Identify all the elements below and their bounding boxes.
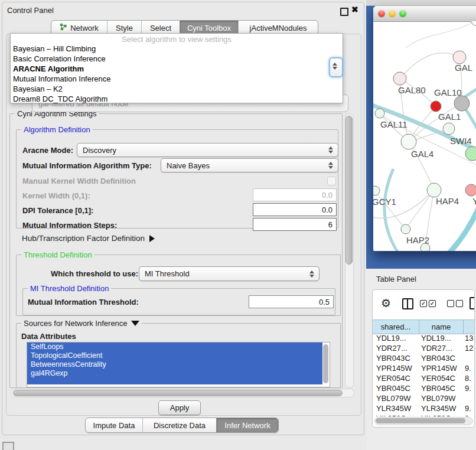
algorithm-dropdown-popup: Select algorithm to view settings Bayesi… <box>10 33 343 103</box>
node-label-y: Y <box>472 196 476 206</box>
tab-discretize-data[interactable]: Discretize Data <box>142 418 216 432</box>
network-node-gal80[interactable] <box>393 72 406 85</box>
minimized-dock-icon[interactable] <box>2 442 14 450</box>
network-node-gal10[interactable] <box>454 96 470 111</box>
attribute-item-topologicalcoefficient[interactable]: TopologicalCoefficient <box>27 351 322 360</box>
attribute-item-gal4rgexp[interactable]: gal4RGexp <box>27 369 322 378</box>
network-node-gal4[interactable] <box>401 134 416 149</box>
table-cell: 8. <box>465 374 474 383</box>
mi-steps-value: 6 <box>328 220 332 229</box>
table-cell: YBL079W <box>373 394 419 403</box>
table-horizontal-scrollbar-thumb[interactable] <box>376 418 465 423</box>
algorithm-option-aracne-algorithm[interactable]: ARACNE Algorithm <box>11 64 343 74</box>
select-all-checkboxes-icon[interactable]: ✓✓ <box>420 300 436 307</box>
tab-style-label: Style <box>116 24 133 32</box>
network-graph: GALGAL80GAL10GAL1GAL11SWI4GAL4GCY1HAP4YH… <box>373 21 476 251</box>
node-label-gal80: GAL80 <box>398 85 426 95</box>
network-node-hap2[interactable] <box>401 224 410 234</box>
algorithm-option-mutual-information-inference[interactable]: Mutual Information Inference <box>11 74 343 84</box>
table-cell: YBR043C <box>373 354 419 363</box>
settings-vertical-scrollbar-thumb[interactable] <box>345 116 353 265</box>
table-cell: YLR345W <box>373 404 419 413</box>
network-window-titlebar[interactable] <box>373 6 476 22</box>
network-canvas[interactable]: GALGAL80GAL10GAL1GAL11SWI4GAL4GCY1HAP4YH… <box>373 21 476 251</box>
table-header-row: shared... name <box>373 319 474 334</box>
network-node-gal1[interactable] <box>443 123 455 135</box>
manual-kernel-checkbox[interactable] <box>327 177 336 185</box>
table-row[interactable]: YER054CYER054C8. <box>373 373 474 383</box>
table-row[interactable]: YDR27...YDR27...12 <box>373 343 474 353</box>
table-row[interactable]: YBR043CYBR043C <box>373 353 474 363</box>
algorithm-option-bayesian-k2[interactable]: Bayesian – K2 <box>11 84 343 94</box>
table-cell: YLR345W <box>419 404 465 413</box>
table-row[interactable]: YDL19...YDL19...13 <box>373 333 474 343</box>
settings-horizontal-scrollbar-thumb[interactable] <box>13 390 343 396</box>
tab-select-label: Select <box>150 24 171 32</box>
mi-type-combo[interactable]: Naive Bayes <box>161 158 338 172</box>
tab-infer-network[interactable]: Infer Network <box>216 418 278 432</box>
table-cell: YBR045C <box>373 384 419 393</box>
table-panel-title: Table Panel <box>376 275 416 283</box>
tab-cyni-toolbox-label: Cyni Toolbox <box>187 24 231 32</box>
data-attributes-list: SelfLoopsTopologicalCoefficientBetweenne… <box>27 342 330 387</box>
which-threshold-label: Which threshold to use: <box>51 269 138 278</box>
network-node-hap4[interactable] <box>427 183 441 197</box>
network-node[interactable] <box>420 243 430 251</box>
table-row[interactable]: YIL052CYIL052C9 <box>373 413 474 416</box>
sources-title: Sources for Network Inference <box>24 319 128 328</box>
attribute-item-betweennesscentrality[interactable]: BetweennessCentrality <box>27 360 322 369</box>
table-cell: YDR27... <box>419 344 465 353</box>
close-panel-button[interactable]: ✖ <box>351 5 358 14</box>
mac-close-button[interactable] <box>378 10 385 17</box>
network-node[interactable] <box>471 21 476 26</box>
deselect-all-checkboxes-icon[interactable] <box>447 300 463 307</box>
network-node-gal11[interactable] <box>375 109 384 118</box>
column-header-name[interactable]: name <box>419 320 464 334</box>
split-columns-icon[interactable] <box>402 298 413 309</box>
column-header-shared-name[interactable]: shared... <box>373 320 419 334</box>
table-cell: YER054C <box>419 374 465 383</box>
tab-impute-data[interactable]: Impute Data <box>86 418 142 432</box>
kernel-width-field[interactable]: 0.0 <box>253 188 337 201</box>
tab-network-label: Network <box>70 24 99 32</box>
column-header-partial[interactable] <box>464 320 474 334</box>
which-threshold-value: MI Threshold <box>145 269 190 278</box>
aracne-mode-combo[interactable]: Discovery <box>77 143 338 157</box>
cyni-algorithm-settings-group: Cyni Algorithm Settings Algorithm Defini… <box>9 113 343 388</box>
network-node-y[interactable] <box>465 184 476 196</box>
table-row[interactable]: YLR345WYLR345W9. <box>373 403 474 413</box>
table-cell: 13 <box>465 334 474 343</box>
table-row[interactable]: YBL079WYBL079W <box>373 393 474 403</box>
algorithm-option-basic-correlation-inference[interactable]: Basic Correlation Inference <box>11 54 343 64</box>
network-node-swi4[interactable] <box>465 146 476 161</box>
tab-jactivemnodules-label: jActiveMNodules <box>250 24 307 32</box>
table-row[interactable]: YPR145WYPR145W9. <box>373 363 474 373</box>
inference-algorithm-combo-fragment[interactable] <box>329 57 343 77</box>
mi-steps-field[interactable]: 6 <box>253 218 337 231</box>
spinner-arrows-icon <box>328 146 333 154</box>
hub-definition-toggle[interactable]: Hub/Transcription Factor Definition <box>22 234 155 243</box>
list-item-partial[interactable] <box>27 378 322 384</box>
node-label-swi4: SWI4 <box>450 136 472 146</box>
mi-threshold-field[interactable]: 0.5 <box>249 295 334 308</box>
table-row[interactable]: YBR045CYBR045C9. <box>373 383 474 393</box>
algorithm-option-dream8-dc-tdc-algorithm[interactable]: Dream8 DC_TDC Algorithm <box>11 94 343 104</box>
tab-impute-data-label: Impute Data <box>93 421 135 430</box>
mac-zoom-button[interactable] <box>399 10 406 17</box>
sources-title-row[interactable]: Sources for Network Inference <box>21 319 142 328</box>
dpi-tolerance-field[interactable]: 0.0 <box>253 203 337 216</box>
network-node-gcy1[interactable] <box>373 186 380 195</box>
apply-button[interactable]: Apply <box>158 400 201 415</box>
algorithm-option-bayesian-hill-climbing[interactable]: Bayesian – Hill Climbing <box>11 44 343 54</box>
list-vertical-scrollbar[interactable] <box>323 344 328 383</box>
float-window-button[interactable] <box>340 8 348 16</box>
document-icon[interactable] <box>470 297 475 309</box>
which-threshold-combo[interactable]: MI Threshold <box>139 266 319 281</box>
control-panel-title: Control Panel <box>7 6 54 15</box>
network-node-gal[interactable] <box>453 51 466 64</box>
attribute-item-selfloops[interactable]: SelfLoops <box>27 343 322 351</box>
network-node[interactable] <box>431 101 441 112</box>
apply-button-label: Apply <box>170 403 190 412</box>
gear-icon[interactable]: ⚙ <box>381 296 391 310</box>
mac-minimize-button[interactable] <box>389 10 396 17</box>
